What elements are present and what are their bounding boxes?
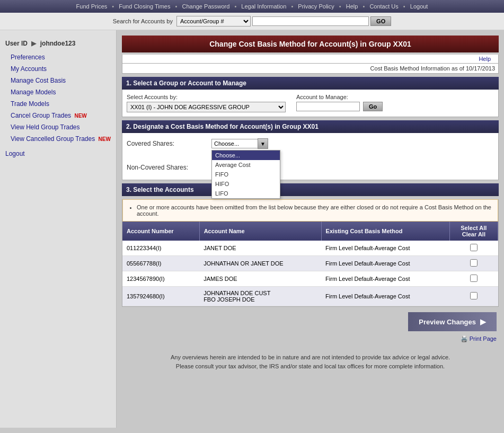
- cell-checkbox: [449, 271, 498, 287]
- search-go-button[interactable]: GO: [370, 16, 391, 26]
- account-go-button[interactable]: Go: [363, 102, 383, 111]
- print-row: 🖨️ Print Page: [122, 333, 499, 344]
- account-group-select[interactable]: XX01 (I) - JOHN DOE AGGRESSIVE GROUP XX0…: [127, 102, 286, 112]
- row-checkbox[interactable]: [470, 292, 478, 299]
- covered-shares-label: Covered Shares:: [127, 140, 211, 147]
- col-existing-method: Existing Cost Basis Method: [321, 222, 449, 241]
- sidebar-item-my-accounts[interactable]: My Accounts: [0, 63, 116, 75]
- cell-existing-method: Firm Level Default-Average Cost: [321, 287, 449, 306]
- nav-privacy-policy[interactable]: Privacy Policy: [298, 3, 334, 10]
- accounts-table: Account Number Account Name Existing Cos…: [122, 222, 498, 306]
- cell-account-number: 011223344(I): [122, 241, 199, 256]
- cell-checkbox: [449, 241, 498, 256]
- non-covered-shares-row: Non-Covered Shares: Cannot be changed: [127, 164, 494, 171]
- cell-checkbox: [449, 256, 498, 271]
- sidebar-item-preferences[interactable]: Preferences: [0, 51, 116, 63]
- table-row: 055667788(I)JOHNATHAN OR JANET DOEFirm L…: [122, 256, 498, 271]
- new-badge-cancel: NEW: [74, 113, 86, 119]
- search-input[interactable]: [252, 16, 369, 26]
- covered-shares-row: Covered Shares: Choose... ▼ Choose... Av…: [127, 138, 494, 149]
- top-navigation: Fund Prices • Fund Closing Times • Chang…: [0, 0, 504, 13]
- footer-line2: Please consult your tax advisor, the IRS…: [143, 362, 478, 371]
- sidebar-item-trade-models[interactable]: Trade Models: [0, 98, 116, 110]
- dropdown-opt-choose[interactable]: Choose...: [212, 151, 280, 160]
- search-by-select[interactable]: Account/Group # Account Name SSN/TIN: [176, 16, 251, 26]
- username: johndoe123: [40, 40, 76, 47]
- col-select-all: Select All Clear All: [449, 222, 498, 241]
- nav-help[interactable]: Help: [346, 3, 358, 10]
- covered-dropdown-wrapper: Choose... ▼ Choose... Average Cost FIFO …: [211, 138, 268, 149]
- dropdown-opt-fifo[interactable]: FIFO: [212, 170, 280, 179]
- cell-account-name: JAMES DOE: [199, 271, 321, 287]
- cell-existing-method: Firm Level Default-Average Cost: [321, 256, 449, 271]
- sidebar-item-view-held-group-trades[interactable]: View Held Group Trades: [0, 121, 116, 133]
- cost-basis-date: Cost Basis Method Information as of 10/1…: [370, 65, 495, 72]
- sidebar: User ID ▶ johndoe123 Preferences My Acco…: [0, 30, 117, 428]
- col-account-number: Account Number: [122, 222, 199, 241]
- new-badge-cancelled: NEW: [99, 136, 111, 142]
- nav-sep-1: •: [112, 3, 114, 10]
- dropdown-opt-hifo[interactable]: HIFO: [212, 179, 280, 189]
- cell-account-number: 055667788(I): [122, 256, 199, 271]
- section3-header: 3. Select the Accounts: [122, 183, 499, 196]
- select-all-label[interactable]: Select All: [454, 225, 493, 231]
- footer-line1: Any overviews herein are intended to be …: [143, 353, 478, 362]
- nav-fund-closing-times[interactable]: Fund Closing Times: [119, 3, 170, 10]
- table-row: 1234567890(I)JAMES DOEFirm Level Default…: [122, 271, 498, 287]
- cell-account-name: JOHNATHAN OR JANET DOE: [199, 256, 321, 271]
- warning-text: One or more accounts have been omitted f…: [137, 204, 492, 217]
- cell-account-number: 1357924680(I): [122, 287, 199, 306]
- cell-account-number: 1234567890(I): [122, 271, 199, 287]
- print-link[interactable]: Print Page: [470, 335, 497, 342]
- search-label: Search for Accounts by: [113, 18, 173, 24]
- table-row: 011223344(I)JANET DOEFirm Level Default-…: [122, 241, 498, 256]
- table-row: 1357924680(I)JOHNATHAN DOE CUSTFBO JOSEP…: [122, 287, 498, 306]
- select-accounts-row: Select Accounts by: XX01 (I) - JOHN DOE …: [127, 94, 494, 112]
- select-accounts-label: Select Accounts by:: [127, 94, 286, 100]
- sidebar-item-manage-cost-basis[interactable]: Manage Cost Basis: [0, 75, 116, 86]
- nav-sep-4: •: [291, 3, 293, 10]
- clear-all-label[interactable]: Clear All: [454, 231, 493, 237]
- account-manage-group: Account to Manage: Go: [296, 94, 383, 111]
- user-id-section: User ID ▶ johndoe123: [0, 36, 116, 51]
- covered-dropdown-list: Choose... Average Cost FIFO HIFO LIFO: [211, 150, 280, 199]
- cell-account-name: JANET DOE: [199, 241, 321, 256]
- account-to-manage-input[interactable]: [296, 102, 360, 111]
- search-bar: Search for Accounts by Account/Group # A…: [0, 13, 504, 30]
- section1-body: Select Accounts by: XX01 (I) - JOHN DOE …: [122, 90, 499, 117]
- nav-sep-6: •: [362, 3, 365, 10]
- non-covered-label: Non-Covered Shares:: [127, 164, 211, 171]
- row-checkbox[interactable]: [470, 275, 478, 282]
- page-header: Change Cost Basis Method for Account(s) …: [122, 36, 499, 52]
- section3-body: One or more accounts have been omitted f…: [122, 199, 499, 307]
- sidebar-item-manage-models[interactable]: Manage Models: [0, 86, 116, 98]
- covered-select-display[interactable]: Choose...: [211, 139, 258, 148]
- nav-sep-2: •: [175, 3, 178, 10]
- nav-contact-us[interactable]: Contact Us: [369, 3, 398, 10]
- row-checkbox[interactable]: [470, 259, 478, 267]
- nav-legal-information[interactable]: Legal Information: [241, 3, 286, 10]
- cell-existing-method: Firm Level Default-Average Cost: [321, 271, 449, 287]
- nav-change-password[interactable]: Change Password: [182, 3, 229, 10]
- print-icon: 🖨️: [461, 335, 468, 342]
- col-account-name: Account Name: [199, 222, 321, 241]
- sidebar-item-cancel-group-trades[interactable]: Cancel Group Trades NEW: [0, 110, 116, 121]
- warning-box: One or more accounts have been omitted f…: [122, 199, 498, 222]
- dropdown-opt-lifo[interactable]: LIFO: [212, 189, 280, 198]
- sidebar-logout[interactable]: Logout: [0, 145, 116, 160]
- sidebar-item-view-cancelled-group-trades[interactable]: View Cancelled Group Trades NEW: [0, 133, 116, 145]
- section2-header: 2. Designate a Cost Basis Method for Acc…: [122, 120, 499, 133]
- nav-sep-3: •: [234, 3, 236, 10]
- user-id-arrow: ▶: [31, 40, 36, 47]
- dropdown-opt-average-cost[interactable]: Average Cost: [212, 160, 280, 170]
- nav-logout-top[interactable]: Logout: [410, 3, 428, 10]
- row-checkbox[interactable]: [470, 244, 478, 251]
- cell-existing-method: Firm Level Default-Average Cost: [321, 241, 449, 256]
- preview-changes-button[interactable]: Preview Changes: [408, 312, 497, 331]
- help-link[interactable]: Help: [479, 56, 491, 62]
- cell-account-name: JOHNATHAN DOE CUSTFBO JOSEPH DOE: [199, 287, 321, 306]
- select-accounts-group: Select Accounts by: XX01 (I) - JOHN DOE …: [127, 94, 286, 112]
- nav-fund-prices[interactable]: Fund Prices: [76, 3, 108, 10]
- nav-sep-5: •: [339, 3, 341, 10]
- covered-dropdown-arrow[interactable]: ▼: [258, 138, 268, 149]
